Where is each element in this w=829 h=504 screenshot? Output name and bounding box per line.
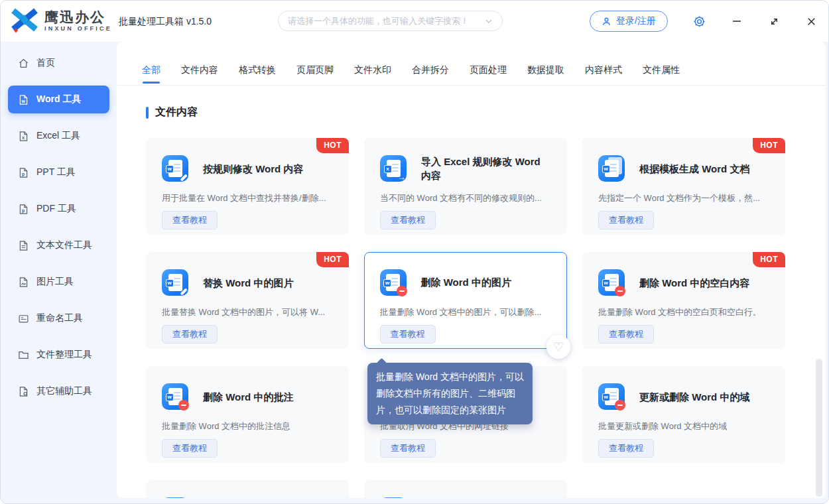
minimize-button[interactable]: [730, 14, 744, 29]
tab-页眉页脚[interactable]: 页眉页脚: [296, 64, 334, 76]
view-tutorial-button[interactable]: 查看教程: [162, 325, 218, 344]
tab-合并拆分[interactable]: 合并拆分: [412, 64, 449, 76]
tool-card[interactable]: w更新或删除 Word 中的域批量更新或删除 Word 文档中的域查看教程: [582, 366, 785, 463]
titlebar: 鹰迅办公 INXUN OFFICE 批量处理工具箱 v1.5.0 请选择一个具体…: [1, 1, 828, 42]
tool-card[interactable]: HOTw替换 Word 中的图片批量替换 Word 文档中的图片，可以将 W..…: [146, 252, 349, 349]
brand-name-cn: 鹰迅办公: [44, 10, 112, 24]
sidebar-item-label: 文件整理工具: [36, 349, 92, 361]
sidebar-item-label: PPT 工具: [36, 166, 76, 178]
card-tooltip: 批量删除 Word 文档中的图片，可以 删除文档中所有的图片、二维码图 片，也可…: [367, 363, 533, 424]
sidebar-item-organize-tools[interactable]: 文件整理工具: [8, 341, 109, 369]
tool-card[interactable]: HOTw按规则修改 Word 内容用于批量在 Word 文档中查找并替换/删除.…: [146, 138, 349, 235]
sidebar-item-label: 重命名工具: [36, 312, 83, 324]
close-button[interactable]: [804, 14, 818, 29]
sidebar-item-text-tools[interactable]: 文本文件工具: [8, 231, 109, 259]
app-window: 鹰迅办公 INXUN OFFICE 批量处理工具箱 v1.5.0 请选择一个具体…: [0, 0, 829, 504]
tab-文件水印[interactable]: 文件水印: [354, 64, 391, 76]
card-title: 删除 Word 中的图片: [421, 275, 511, 289]
tab-数据提取[interactable]: 数据提取: [527, 64, 564, 76]
view-tutorial-button[interactable]: 查看教程: [598, 439, 654, 458]
import-badge-icon: →: [398, 173, 406, 181]
tool-card[interactable]: w: [364, 480, 567, 498]
word-doc-icon: w: [162, 497, 188, 498]
sidebar-item-excel-tools[interactable]: xExcel 工具: [8, 122, 109, 150]
card-title: 删除 Word 中的空白内容: [639, 276, 749, 290]
vertical-scrollbar-thumb[interactable]: [816, 359, 822, 497]
sidebar-item-ppt-tools[interactable]: pPPT 工具: [8, 158, 109, 186]
maximize-button[interactable]: [767, 14, 781, 29]
file-assist-icon: [18, 386, 29, 397]
word-doc-icon: w: [162, 383, 188, 410]
view-tutorial-button[interactable]: 查看教程: [380, 211, 436, 229]
file-image-icon: [18, 277, 29, 288]
tab-内容样式[interactable]: 内容样式: [585, 64, 622, 76]
main-panel: 全部文件内容格式转换页眉页脚文件水印合并拆分页面处理数据提取内容样式文件属性 文…: [117, 42, 826, 498]
search-placeholder: 请选择一个具体的功能，也可输入关键字搜索！: [288, 15, 481, 27]
home-icon: [18, 58, 29, 69]
sidebar-item-label: PDF 工具: [36, 203, 76, 215]
sidebar-item-home[interactable]: 首页: [8, 49, 109, 77]
section-accent-bar: [146, 107, 149, 119]
inxun-logo-icon: [10, 7, 39, 34]
delete-badge-icon: [178, 400, 189, 410]
sidebar-item-image-tools[interactable]: 图片工具: [8, 268, 109, 296]
minimize-icon: [732, 16, 742, 27]
rename-icon: [18, 313, 29, 324]
sidebar-item-rename-tools[interactable]: 重命名工具: [8, 304, 109, 332]
file-pdf-icon: p: [18, 204, 29, 215]
word-doc-icon: x→: [380, 155, 407, 182]
tool-card[interactable]: w删除 Word 中的图片批量删除 Word 文档中的图片，可以删除...查看教…: [364, 252, 567, 349]
function-search-select[interactable]: 请选择一个具体的功能，也可输入关键字搜索！: [278, 11, 503, 31]
card-description: 用于批量在 Word 文档中查找并替换/删除...: [162, 192, 337, 204]
word-doc-icon: w: [598, 383, 625, 410]
svg-text:p: p: [22, 171, 25, 176]
svg-text:p: p: [22, 208, 25, 213]
section-title: 文件内容: [155, 105, 198, 119]
sidebar: 首页wWord 工具xExcel 工具pPPT 工具pPDF 工具文本文件工具图…: [1, 42, 117, 503]
category-tabs: 全部文件内容格式转换页眉页脚文件水印合并拆分页面处理数据提取内容样式文件属性: [117, 42, 826, 86]
svg-text:x: x: [22, 135, 25, 139]
sidebar-item-label: 图片工具: [36, 276, 74, 288]
sidebar-item-other-tools[interactable]: 其它辅助工具: [8, 377, 109, 405]
settings-button[interactable]: [692, 14, 706, 29]
tab-文件内容[interactable]: 文件内容: [181, 64, 218, 76]
view-tutorial-button[interactable]: 查看教程: [380, 439, 436, 458]
view-tutorial-button[interactable]: 查看教程: [162, 439, 218, 458]
tab-格式转换[interactable]: 格式转换: [239, 64, 276, 76]
card-title: 导入 Excel 规则修改 Word 内容: [421, 155, 550, 182]
hot-badge: HOT: [753, 138, 785, 153]
view-tutorial-button[interactable]: 查看教程: [380, 325, 436, 344]
sidebar-item-pdf-tools[interactable]: pPDF 工具: [8, 195, 109, 223]
view-tutorial-button[interactable]: 查看教程: [162, 211, 218, 229]
tool-card[interactable]: HOTw删除 Word 中的空白内容批量删除 Word 文档中的空白页和空白行。…: [582, 252, 785, 349]
card-description: 批量删除 Word 文档中的图片，可以删除...: [380, 306, 556, 318]
tab-文件属性[interactable]: 文件属性: [643, 64, 680, 76]
tool-card[interactable]: x→导入 Excel 规则修改 Word 内容当不同的 Word 文档有不同的修…: [364, 138, 567, 235]
login-register-button[interactable]: 登录/注册: [590, 11, 668, 32]
tool-card[interactable]: w删除 Word 中的批注批量删除 Word 文档中的批注信息查看教程: [146, 366, 349, 463]
file-w-icon: w: [18, 94, 29, 105]
card-description: 批量删除 Word 文档中的批注信息: [162, 420, 337, 432]
view-tutorial-button[interactable]: 查看教程: [598, 325, 654, 344]
delete-badge-icon: [615, 286, 625, 296]
sidebar-item-label: Excel 工具: [36, 130, 80, 142]
card-title: 删除 Word 中的批注: [203, 390, 293, 404]
svg-text:w: w: [21, 98, 25, 103]
tool-card[interactable]: w: [146, 480, 349, 498]
sidebar-item-word-tools[interactable]: wWord 工具: [8, 86, 109, 113]
word-doc-icon: w: [380, 497, 407, 498]
folder-icon: [18, 349, 29, 361]
card-description: 当不同的 Word 文档有不同的修改规则的...: [380, 192, 555, 204]
card-description: 批量更新或删除 Word 文档中的域: [598, 420, 773, 432]
favorite-heart-button[interactable]: ♡: [546, 335, 570, 359]
section-header: 文件内容: [146, 105, 826, 119]
hot-badge: HOT: [316, 138, 349, 153]
word-doc-icon: w: [598, 155, 625, 182]
view-tutorial-button[interactable]: 查看教程: [598, 211, 654, 229]
tool-card[interactable]: HOTw根据模板生成 Word 文档先指定一个 Word 文档作为一个模板，然.…: [582, 138, 785, 235]
brand-logo: 鹰迅办公 INXUN OFFICE: [10, 7, 112, 34]
tab-页面处理[interactable]: 页面处理: [470, 64, 507, 76]
tab-全部[interactable]: 全部: [142, 64, 160, 76]
app-title: 批量处理工具箱 v1.5.0: [119, 16, 212, 28]
brand-name-en: INXUN OFFICE: [44, 26, 112, 32]
